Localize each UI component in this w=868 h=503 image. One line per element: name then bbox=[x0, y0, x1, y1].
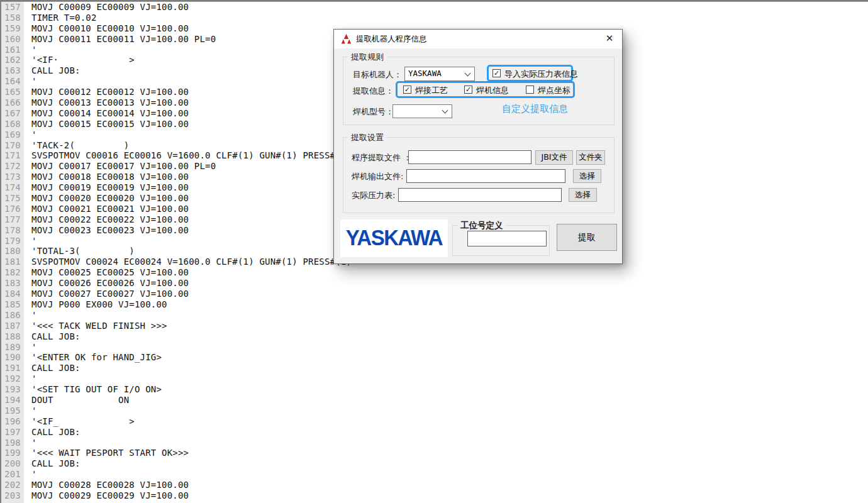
chevron-down-icon bbox=[442, 108, 448, 113]
checkbox-label: 焊机信息 bbox=[476, 85, 509, 96]
import-pressure-checkbox[interactable]: 导入实际压力表信息 bbox=[492, 69, 569, 79]
station-number-input[interactable] bbox=[467, 231, 547, 246]
program-file-label: 程序提取文件 ： bbox=[352, 152, 411, 163]
code-line: 187'<<< TACK WELD FINISH >>> bbox=[1, 321, 868, 331]
extract-button[interactable]: 提取 bbox=[557, 224, 617, 251]
checkbox-label: 焊点坐标 bbox=[538, 85, 570, 96]
pressure-table-label: 实际压力表: bbox=[352, 190, 395, 201]
code-line: 200CALL JOB: bbox=[1, 458, 868, 469]
pressure-table-select-button[interactable]: 选择 bbox=[569, 188, 597, 202]
dialog-titlebar[interactable]: 提取机器人程序信息 ✕ bbox=[334, 30, 622, 48]
code-line: 183MOVJ C00026 EC00026 VJ=100.00 bbox=[1, 278, 868, 289]
code-line: 192' bbox=[1, 373, 868, 384]
code-line: 199'<<< WAIT PESPORT START OK>>> bbox=[1, 448, 868, 458]
code-line: 201' bbox=[1, 469, 868, 480]
rule-group-legend: 提取规则 bbox=[348, 52, 386, 62]
code-line: 198' bbox=[1, 438, 868, 448]
code-line: 185MOVJ P000 EX000 VJ=100.00 bbox=[1, 299, 868, 310]
yaskawa-logo-text: YASKAWA bbox=[346, 226, 442, 251]
code-line: 182MOVJ C00025 EC00025 VJ=100.00 bbox=[1, 267, 868, 278]
code-line: 184MOVJ C00027 EC00027 VJ=100.00 bbox=[1, 289, 868, 299]
program-file-input[interactable] bbox=[408, 150, 531, 164]
chevron-down-icon bbox=[465, 70, 470, 76]
code-line: 194DOUT ON bbox=[1, 395, 868, 406]
extract-info-label: 提取信息： bbox=[353, 86, 394, 96]
checkbox-box[interactable] bbox=[403, 86, 411, 94]
code-line: 197CALL JOB: bbox=[1, 427, 868, 438]
welder-model-label: 焊机型号： bbox=[353, 106, 394, 117]
code-line: 202MOVJ C00028 EC00028 VJ=100.00 bbox=[1, 480, 868, 490]
settings-group-legend: 提取设置 bbox=[348, 132, 386, 143]
checkbox-label: 导入实际压力表信息 bbox=[504, 69, 578, 80]
jbi-file-button[interactable]: JBI文件 bbox=[535, 150, 573, 165]
code-line: 190'<ENTER OK for HAND_JIG> bbox=[1, 352, 868, 363]
code-line: 188CALL JOB: bbox=[1, 331, 868, 342]
screen: 157MOVJ C00009 EC00009 VJ=100.00158TIMER… bbox=[0, 0, 868, 503]
code-line: 196'<IF_ > bbox=[1, 416, 868, 427]
target-robot-label: 目标机器人： bbox=[353, 69, 402, 80]
yaskawa-logo: YASKAWA bbox=[340, 219, 448, 257]
folder-button[interactable]: 文件夹 bbox=[576, 150, 605, 165]
code-line: 203MOVJ C00029 EC00029 VJ=100.00 bbox=[1, 490, 868, 501]
code-line: 193'<SET TIG OUT OF I/O ON> bbox=[1, 384, 868, 395]
code-line: 189' bbox=[1, 342, 868, 353]
checkbox-label: 焊接工艺 bbox=[415, 85, 448, 96]
code-line: 191CALL JOB: bbox=[1, 363, 868, 373]
code-line: 195' bbox=[1, 406, 868, 416]
welder-output-select-button[interactable]: 选择 bbox=[573, 169, 601, 183]
yaskawa-mark-icon bbox=[341, 34, 352, 44]
checkbox-box[interactable] bbox=[464, 86, 472, 94]
pressure-table-input[interactable] bbox=[398, 188, 562, 202]
custom-extract-link[interactable]: 自定义提取信息 bbox=[502, 103, 568, 115]
code-line: 158TIMER T=0.02 bbox=[1, 13, 868, 23]
checkbox-box[interactable] bbox=[492, 69, 501, 77]
window-left-edge bbox=[0, 0, 1, 503]
close-icon[interactable]: ✕ bbox=[597, 30, 622, 48]
welder-output-label: 焊机输出文件: bbox=[352, 171, 403, 182]
target-robot-select[interactable]: YASKAWA bbox=[404, 67, 475, 81]
target-robot-value: YASKAWA bbox=[408, 69, 462, 78]
station-group-legend: 工位号定义 bbox=[458, 220, 506, 231]
dialog-title: 提取机器人程序信息 bbox=[356, 30, 427, 48]
code-line: 186' bbox=[1, 310, 868, 321]
extract-robot-info-dialog: 提取机器人程序信息 ✕ 提取规则 目标机器人： YASKAWA 导入实际压力表信… bbox=[333, 29, 623, 264]
window-top-edge bbox=[0, 0, 868, 2]
checkbox-box[interactable] bbox=[526, 86, 534, 94]
welder-output-input[interactable] bbox=[406, 169, 565, 183]
welder-model-select[interactable] bbox=[392, 104, 452, 118]
code-line: 157MOVJ C00009 EC00009 VJ=100.00 bbox=[1, 2, 868, 13]
